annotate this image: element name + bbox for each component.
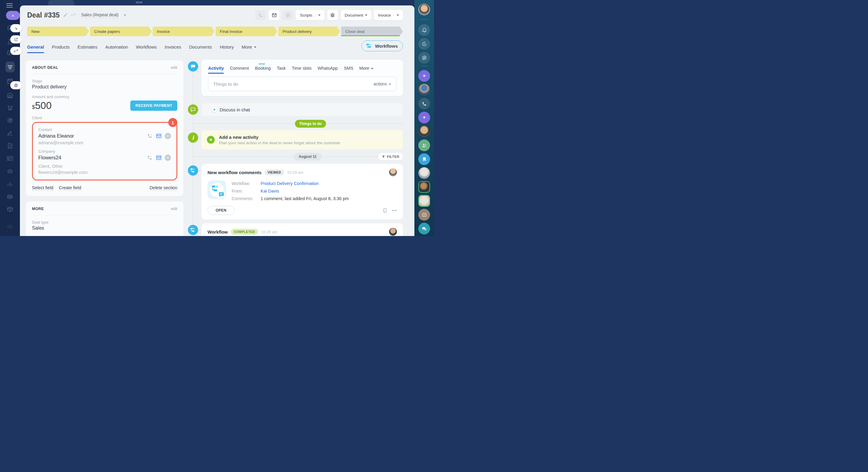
cart-icon[interactable] — [7, 105, 13, 111]
cat-avatar[interactable] — [418, 167, 430, 179]
email-button[interactable] — [269, 10, 280, 20]
invoice-button[interactable]: Invoice — [374, 10, 403, 20]
send-arrow-icon[interactable] — [10, 24, 22, 32]
external-link-icon[interactable] — [10, 35, 22, 43]
tab-history[interactable]: History — [220, 45, 234, 51]
company-email[interactable]: flowers24@example.com — [38, 170, 171, 175]
hex-avatar[interactable] — [418, 181, 430, 193]
bell-icon[interactable] — [418, 24, 430, 36]
chat-swap-icon[interactable] — [165, 133, 171, 139]
tab-task[interactable]: Task — [277, 66, 286, 72]
sidebar-item-active-deals[interactable] — [5, 62, 15, 72]
stage-create-papers[interactable]: Create papers — [90, 27, 152, 36]
chat-arrows-icon[interactable] — [418, 52, 430, 64]
edit-link[interactable]: edit — [171, 206, 177, 211]
kid-avatar[interactable] — [418, 84, 430, 96]
chat-bubbles-icon[interactable] — [418, 223, 430, 235]
edit-pencil-icon[interactable] — [63, 13, 68, 18]
tab-workflows[interactable]: Workflows — [136, 45, 157, 51]
edit-link[interactable]: edit — [171, 65, 177, 70]
header-actions: Scripts Document Invoice — [255, 10, 403, 20]
man-avatar[interactable] — [418, 125, 430, 137]
printer-icon[interactable] — [10, 81, 22, 89]
tab-products[interactable]: Products — [52, 45, 70, 51]
page-title: Deal #335 — [27, 11, 60, 19]
phone-icon[interactable] — [147, 154, 153, 161]
storage-icon[interactable] — [7, 92, 13, 99]
chat-swap-icon[interactable] — [165, 154, 171, 161]
chat-swap-button[interactable] — [282, 10, 293, 20]
menu-icon[interactable] — [6, 3, 13, 7]
tab-booking[interactable]: NEWBooking — [255, 66, 271, 72]
tab-more[interactable]: More — [242, 45, 256, 51]
user-avatar[interactable] — [418, 4, 430, 16]
stage-final-invoice[interactable]: Final invoice — [216, 27, 277, 36]
filter-button[interactable]: FILTER — [378, 153, 403, 160]
id-card-icon[interactable] — [7, 155, 13, 162]
package-icon[interactable] — [7, 206, 13, 212]
tab-activity-more[interactable]: More — [359, 66, 373, 72]
open-button[interactable]: OPEN — [208, 206, 235, 215]
call-button[interactable] — [255, 10, 266, 20]
bookmark-icon[interactable] — [418, 153, 430, 165]
document-edit-icon[interactable] — [7, 143, 13, 149]
note-icon[interactable] — [382, 208, 388, 213]
bar-chart-icon[interactable] — [7, 180, 13, 187]
person-link[interactable]: Kai Davis — [260, 188, 279, 194]
tab-general[interactable]: General — [27, 45, 44, 51]
workflow-link[interactable]: Product Delivery Confirmation — [260, 181, 319, 186]
tasks-check-icon[interactable] — [418, 209, 430, 220]
robot-icon[interactable] — [7, 168, 13, 174]
hex-avatar[interactable] — [418, 195, 430, 207]
eye-icon[interactable] — [7, 223, 13, 230]
stage-product-delivery[interactable]: Product delivery — [278, 27, 340, 36]
avatar[interactable] — [389, 228, 397, 236]
phone-icon[interactable] — [147, 133, 153, 139]
tab-sms[interactable]: SMS — [344, 66, 353, 72]
tab-estimates[interactable]: Estimates — [78, 45, 97, 51]
tab-comment[interactable]: Comment — [230, 66, 249, 72]
ai-sparkle-icon[interactable] — [418, 38, 430, 50]
document-button[interactable]: Document — [341, 10, 372, 20]
contact-name[interactable]: Adriana Eleanor — [38, 133, 74, 139]
tab-activity[interactable]: Activity — [208, 66, 224, 72]
pipeline-selector[interactable]: Sales (Repeat deal) — [81, 12, 119, 18]
workflows-button[interactable]: Workflows — [361, 40, 403, 51]
tab-automation[interactable]: Automation — [105, 45, 128, 51]
ai-assistant-icon[interactable]: ✦ — [418, 70, 430, 82]
add-activity-title: Add a new activity — [219, 135, 340, 140]
tab-time-slots[interactable]: Time slots — [292, 66, 312, 72]
create-field-link[interactable]: Create field — [59, 185, 81, 191]
company-name[interactable]: Flowers24 — [38, 155, 61, 160]
mail-icon[interactable] — [156, 154, 162, 161]
todo-input[interactable] — [213, 82, 374, 87]
contact-email[interactable]: adriana@example.com — [38, 140, 171, 145]
delete-section-link[interactable]: Delete section — [150, 185, 177, 191]
tab-whatsapp[interactable]: WhatsApp — [318, 66, 338, 72]
stage-invoice[interactable]: Invoice — [153, 27, 214, 36]
add-activity-card[interactable]: + Add a new activity Plan your next acti… — [202, 130, 403, 149]
copy-link-icon[interactable] — [71, 13, 76, 18]
stage-close-deal[interactable]: Close deal — [341, 27, 403, 36]
camera-icon[interactable] — [7, 193, 13, 200]
settings-gear-icon[interactable] — [327, 10, 338, 20]
ai-assistant-icon[interactable]: ✦ — [418, 112, 430, 123]
stage-value: Product delivery — [32, 84, 177, 90]
select-field-link[interactable]: Select field — [32, 185, 53, 191]
actions-dropdown[interactable]: actions — [374, 82, 391, 86]
mail-icon[interactable] — [156, 133, 162, 139]
phone-icon[interactable] — [418, 98, 430, 110]
tab-documents[interactable]: Documents — [189, 45, 212, 51]
stage-new[interactable]: New — [27, 27, 89, 36]
receive-payment-button[interactable]: RECEIVE PAYMENT — [130, 100, 177, 111]
more-actions-icon[interactable]: ••• — [392, 208, 397, 213]
close-icon[interactable]: × — [6, 11, 20, 20]
pen-icon[interactable] — [7, 130, 13, 137]
contacts-icon[interactable] — [418, 140, 430, 151]
link-icon[interactable] — [10, 47, 22, 55]
tab-invoices[interactable]: Invoices — [165, 45, 181, 51]
scripts-button[interactable]: Scripts — [296, 10, 324, 20]
target-icon[interactable] — [7, 117, 13, 124]
discuss-in-chat[interactable]: + Discuss in chat — [202, 103, 403, 116]
avatar[interactable] — [389, 168, 397, 176]
